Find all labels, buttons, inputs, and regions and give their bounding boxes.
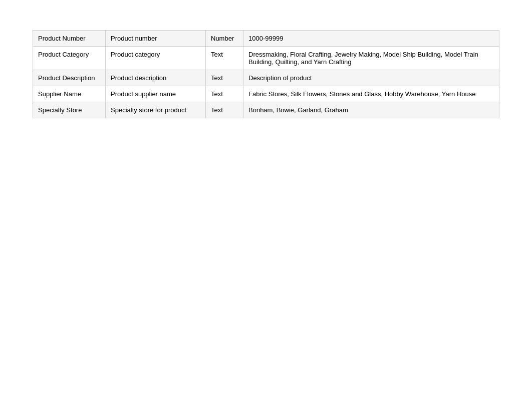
row-values: Dressmaking, Floral Crafting, Jewelry Ma… — [243, 47, 499, 70]
table-row: Product CategoryProduct categoryTextDres… — [33, 47, 499, 70]
row-label: Product Number — [33, 31, 106, 47]
row-name: Product category — [106, 47, 206, 70]
row-name: Product description — [106, 70, 206, 86]
row-label: Product Category — [33, 47, 106, 70]
row-label: Specialty Store — [33, 102, 106, 118]
table-row: Product DescriptionProduct descriptionTe… — [33, 70, 499, 86]
row-values: Bonham, Bowie, Garland, Graham — [243, 102, 499, 118]
row-name: Specialty store for product — [106, 102, 206, 118]
row-type: Text — [206, 102, 243, 118]
row-name: Product supplier name — [106, 86, 206, 102]
row-name: Product number — [106, 31, 206, 47]
row-type: Text — [206, 70, 243, 86]
row-type: Text — [206, 86, 243, 102]
table-row: Specialty StoreSpecialty store for produ… — [33, 102, 499, 118]
row-type: Number — [206, 31, 243, 47]
table-row: Product NumberProduct numberNumber1000-9… — [33, 31, 499, 47]
row-values: Fabric Stores, Silk Flowers, Stones and … — [243, 86, 499, 102]
row-values: Description of product — [243, 70, 499, 86]
row-label: Product Description — [33, 70, 106, 86]
row-values: 1000-99999 — [243, 31, 499, 47]
row-label: Supplier Name — [33, 86, 106, 102]
row-type: Text — [206, 47, 243, 70]
table-container: Product NumberProduct numberNumber1000-9… — [33, 30, 499, 118]
table-row: Supplier NameProduct supplier nameTextFa… — [33, 86, 499, 102]
data-table: Product NumberProduct numberNumber1000-9… — [33, 30, 499, 118]
